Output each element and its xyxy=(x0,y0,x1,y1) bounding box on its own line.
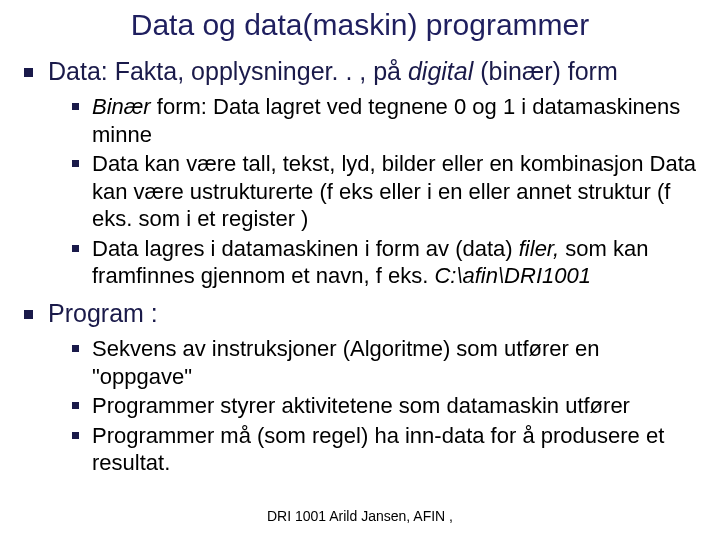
section-data: Data: Fakta, opplysninger. . , på digita… xyxy=(18,56,702,290)
item-italic-mid: filer, xyxy=(519,236,559,261)
list-item: Data kan være tall, tekst, lyd, bilder e… xyxy=(66,150,702,233)
content-list: Data: Fakta, opplysninger. . , på digita… xyxy=(0,56,720,477)
footer-text: DRI 1001 Arild Jansen, AFIN , xyxy=(0,508,720,524)
item-text: Programmer må (som regel) ha inn-data fo… xyxy=(92,423,664,476)
item-rest: form: Data lagret ved tegnene 0 og 1 i d… xyxy=(92,94,680,147)
list-item: Programmer styrer aktivitetene som datam… xyxy=(66,392,702,420)
section-heading-pre: Data: Fakta, opplysninger. . , på xyxy=(48,57,408,85)
list-item: Sekvens av instruksjoner (Algoritme) som… xyxy=(66,335,702,390)
list-item: Data lagres i datamaskinen i form av (da… xyxy=(66,235,702,290)
list-item: Programmer må (som regel) ha inn-data fo… xyxy=(66,422,702,477)
section-heading-post: (binær) form xyxy=(473,57,617,85)
section-heading: Program : xyxy=(48,299,158,327)
section-program: Program : Sekvens av instruksjoner (Algo… xyxy=(18,298,702,477)
item-italic-lead: Binær xyxy=(92,94,151,119)
item-italic-tail: C:\afin\DRI1001 xyxy=(434,263,591,288)
slide-title: Data og data(maskin) programmer xyxy=(0,0,720,46)
section-heading-italic: digital xyxy=(408,57,473,85)
sub-list: Sekvens av instruksjoner (Algoritme) som… xyxy=(48,335,702,477)
sub-list: Binær form: Data lagret ved tegnene 0 og… xyxy=(48,93,702,290)
item-text: Sekvens av instruksjoner (Algoritme) som… xyxy=(92,336,599,389)
list-item: Binær form: Data lagret ved tegnene 0 og… xyxy=(66,93,702,148)
item-text: Data kan være tall, tekst, lyd, bilder e… xyxy=(92,151,696,231)
item-text: Programmer styrer aktivitetene som datam… xyxy=(92,393,630,418)
item-pre: Data lagres i datamaskinen i form av (da… xyxy=(92,236,519,261)
slide: Data og data(maskin) programmer Data: Fa… xyxy=(0,0,720,540)
